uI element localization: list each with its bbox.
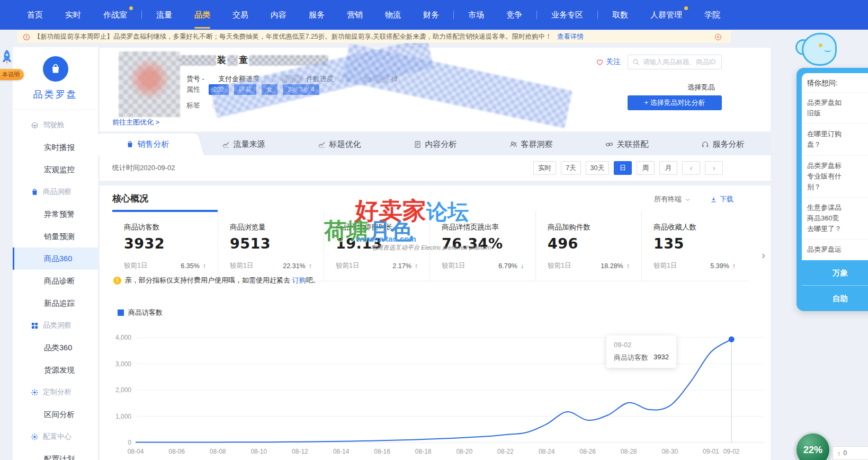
sidebar-item-15[interactable]: 配置计划 (13, 448, 98, 460)
version-note-pill[interactable]: 本说明 (0, 69, 24, 80)
ticker-widget[interactable]: 22% ↑ 0 (795, 432, 868, 460)
nav-item-3[interactable]: 流量 (145, 0, 183, 30)
help-panel: 猜你想问: 品类罗盘如旧版在哪里订购盘？品类罗盘标专业版有什别？生意参谋品商品3… (797, 68, 868, 311)
kpi-card-0[interactable]: 商品访客数 3932 较前1日 6.35% ↑ (112, 211, 218, 281)
kpi-card-2[interactable]: 商品平均停留时长 19.13 较前1日 2.17% ↑ (324, 211, 429, 281)
chart-legend[interactable]: 商品访客数 (118, 308, 163, 317)
range-实时[interactable]: 实时 (533, 161, 556, 175)
nav-item-7[interactable]: 服务 (298, 0, 336, 30)
nav-item-15[interactable]: 人群管理 (639, 0, 693, 30)
nav-item-11[interactable]: 市场 (457, 0, 495, 30)
kpi-value: 76.34% (442, 235, 524, 252)
kpi-title: 商品加购件数 (548, 223, 630, 232)
settings-link[interactable]: 设置 (264, 74, 278, 84)
nav-item-2[interactable]: 作战室 (92, 0, 138, 30)
help-question-4[interactable]: 品类罗盘运 (802, 240, 868, 260)
chevron-down-icon (684, 196, 691, 203)
help-button-0[interactable]: 万象 (802, 260, 868, 286)
kpi-title: 商品详情页跳出率 (442, 223, 524, 232)
terminal-dropdown[interactable]: 所有终端 (654, 194, 691, 204)
nav-item-10[interactable]: 财务 (412, 0, 450, 30)
sidebar-item-7[interactable]: 商品诊断 (13, 270, 98, 292)
overview-title: 核心概况 (112, 192, 148, 205)
download-button[interactable]: 下载 (710, 194, 733, 204)
nav-item-4[interactable]: 品类 (183, 0, 221, 30)
tab-4[interactable]: 客群洞察 (483, 134, 579, 155)
attr-tag[interactable]: 碎花 (234, 84, 256, 95)
sidebar-item-11[interactable]: 货源发现 (13, 359, 98, 381)
svg-text:08-16: 08-16 (374, 448, 390, 455)
prev-period-button[interactable]: ‹ (682, 161, 700, 175)
title-fragment: 装 (217, 54, 226, 66)
follow-button[interactable]: 关注 (596, 57, 621, 67)
tab-6[interactable]: 服务分析 (675, 134, 771, 155)
next-period-button[interactable]: › (705, 161, 723, 175)
sidebar-item-8[interactable]: 新品追踪 (13, 292, 98, 314)
nav-item-16[interactable]: 学院 (693, 0, 731, 30)
kpi-card-4[interactable]: 商品加购件数 496 较前1日 18.28% ↑ (535, 211, 641, 281)
title-fragment: 童 (239, 54, 248, 66)
range-周[interactable]: 周 (637, 161, 655, 175)
svg-text:08-20: 08-20 (456, 448, 472, 455)
sidebar-item-2[interactable]: 宏观监控 (13, 158, 98, 181)
bag-icon (126, 140, 134, 148)
optimize-main-image-link[interactable]: 前往主图优化 > (112, 118, 159, 127)
help-question-0[interactable]: 品类罗盘如旧版 (802, 93, 868, 124)
settings-link[interactable]: 设置 (338, 74, 352, 84)
close-icon[interactable] (714, 33, 722, 41)
nav-item-8[interactable]: 营销 (336, 0, 374, 30)
blur-overlay (342, 43, 572, 128)
nav-item-1[interactable]: 实时 (54, 0, 92, 30)
sidebar-item-10[interactable]: 品类360 (13, 337, 98, 359)
tab-5[interactable]: 关联搭配 (579, 134, 675, 155)
nav-item-12[interactable]: 竞争 (495, 0, 533, 30)
nav-item-14[interactable]: 取数 (601, 0, 639, 30)
blurred-text (227, 55, 238, 66)
tab-3[interactable]: 内容分析 (387, 134, 483, 155)
download-icon (710, 196, 717, 203)
mascot[interactable] (794, 32, 839, 70)
sidebar-item-6[interactable]: 商品360 (13, 247, 98, 270)
nav-item-9[interactable]: 物流 (374, 0, 412, 30)
tooltip-date: 09-02 (614, 341, 669, 349)
tab-1[interactable]: 流量来源 (195, 134, 291, 155)
tooltip-label: 商品访客数 (614, 353, 648, 362)
range-日[interactable]: 日 (614, 161, 632, 175)
tab-0[interactable]: 销售分析 (100, 134, 195, 155)
carousel-next-arrow[interactable]: › (762, 249, 765, 261)
product-info-row: 货号 - 支付金额进度 设置 件数进度 设置 30 排 (186, 74, 398, 84)
rocket-icon[interactable] (1, 49, 13, 70)
nav-item-0[interactable]: 首页 (16, 0, 54, 30)
help-question-3[interactable]: 生意参谋品商品360竞去哪里了？ (802, 198, 868, 240)
order-link[interactable]: 订购 (292, 276, 306, 284)
range-7天[interactable]: 7天 (561, 161, 580, 175)
attr-tags: 202碎花女2岁 3岁 4 (209, 85, 325, 94)
sidebar-item-4[interactable]: 异常预警 (13, 203, 98, 225)
tab-2[interactable]: 标题优化 (291, 134, 387, 155)
kpi-title: 商品访客数 (124, 223, 206, 232)
range-月[interactable]: 月 (659, 161, 677, 175)
sidebar-item-1[interactable]: 实时播报 (13, 136, 98, 158)
attr-tag[interactable]: 202 (209, 84, 229, 95)
sidebar-item-13[interactable]: 区间分析 (13, 403, 98, 426)
kpi-card-5[interactable]: 商品收藏人数 135 较前1日 5.39% ↑ (641, 211, 747, 281)
help-button-1[interactable]: 自助 (802, 286, 868, 311)
help-question-1[interactable]: 在哪里订购盘？ (802, 124, 868, 155)
sidebar-item-5[interactable]: 销量预测 (13, 225, 98, 247)
pay-amount-label: 支付金额进度 (218, 74, 259, 84)
kpi-value: 9513 (230, 235, 312, 252)
nav-item-13[interactable]: 业务专区 (540, 0, 594, 30)
question-icon[interactable] (212, 102, 219, 109)
kpi-card-3[interactable]: 商品详情页跳出率 76.34% 较前1日 6.79% ↓ (429, 211, 535, 281)
help-question-2[interactable]: 品类罗盘标专业版有什别？ (802, 156, 868, 198)
nav-item-5[interactable]: 交易 (221, 0, 259, 30)
nav-item-6[interactable]: 内容 (259, 0, 298, 30)
search-input[interactable] (643, 58, 717, 66)
range-30天[interactable]: 30天 (586, 161, 609, 175)
compare-competitor-button[interactable]: + 选择竞品对比分析 (628, 95, 722, 110)
notice-detail-link[interactable]: 查看详情 (557, 32, 584, 41)
nav-divider (536, 11, 537, 19)
attr-tag[interactable]: 2岁 3岁 4 (283, 84, 319, 95)
kpi-card-1[interactable]: 商品浏览量 9513 较前1日 22.31% ↑ (218, 211, 324, 281)
attr-tag[interactable]: 女 (262, 84, 278, 95)
